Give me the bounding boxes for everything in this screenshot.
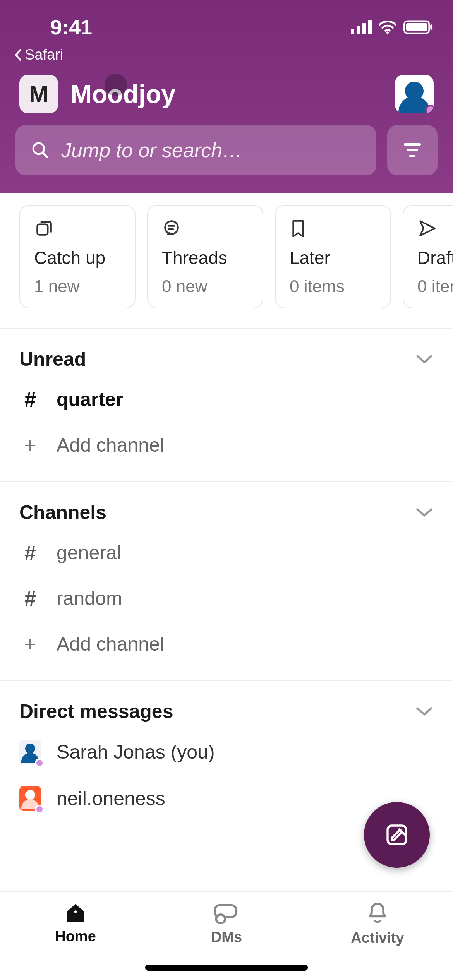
stack-icon bbox=[34, 219, 121, 239]
tab-label: Activity bbox=[351, 930, 404, 946]
dm-name: Sarah Jonas (you) bbox=[57, 741, 215, 763]
presence-indicator bbox=[35, 805, 44, 814]
profile-button[interactable] bbox=[395, 75, 434, 113]
section-header-dms[interactable]: Direct messages bbox=[0, 694, 453, 729]
section-title: Direct messages bbox=[19, 700, 173, 723]
card-title: Threads bbox=[162, 247, 249, 268]
add-channel-label: Add channel bbox=[57, 633, 164, 655]
tab-label: DMs bbox=[211, 929, 242, 946]
presence-indicator bbox=[35, 758, 44, 768]
dm-name: neil.oneness bbox=[57, 787, 165, 810]
hash-icon: # bbox=[24, 387, 36, 411]
send-icon bbox=[417, 219, 453, 239]
bell-icon bbox=[367, 902, 388, 925]
status-time: 9:41 bbox=[19, 15, 92, 39]
hash-icon: # bbox=[24, 541, 36, 565]
card-catch-up[interactable]: Catch up 1 new bbox=[19, 205, 136, 308]
svg-rect-6 bbox=[37, 224, 48, 235]
plus-icon: + bbox=[24, 632, 36, 656]
tab-label: Home bbox=[55, 928, 96, 945]
svg-rect-2 bbox=[406, 23, 427, 31]
svg-point-11 bbox=[74, 910, 77, 913]
section-title: Channels bbox=[19, 501, 106, 524]
header: 9:41 Safari M Moodjoy bbox=[0, 0, 453, 193]
section-channels: Channels # general # random + Add channe… bbox=[0, 482, 453, 681]
filter-icon bbox=[404, 143, 421, 157]
card-threads[interactable]: Threads 0 new bbox=[147, 205, 263, 308]
chevron-down-icon bbox=[415, 353, 434, 365]
svg-rect-3 bbox=[430, 24, 432, 30]
search-icon bbox=[31, 141, 50, 159]
back-caret-icon bbox=[14, 49, 22, 61]
card-subtitle: 0 items bbox=[417, 277, 453, 296]
quick-cards-row[interactable]: Catch up 1 new Threads 0 new Later 0 ite… bbox=[0, 185, 453, 329]
svg-point-0 bbox=[386, 31, 389, 34]
add-channel-label: Add channel bbox=[57, 434, 164, 456]
card-subtitle: 1 new bbox=[34, 277, 121, 296]
channel-quarter[interactable]: # quarter bbox=[0, 377, 453, 422]
add-channel-unread[interactable]: + Add channel bbox=[0, 422, 453, 468]
back-app-label: Safari bbox=[25, 46, 63, 63]
card-title: Drafts bbox=[417, 247, 453, 268]
channel-name: quarter bbox=[57, 388, 123, 411]
channel-general[interactable]: # general bbox=[0, 530, 453, 576]
section-header-channels[interactable]: Channels bbox=[0, 495, 453, 530]
workspace-badge-letter: M bbox=[29, 81, 48, 108]
wifi-icon bbox=[379, 20, 396, 34]
workspace-badge[interactable]: M bbox=[19, 75, 58, 113]
card-title: Catch up bbox=[34, 247, 121, 268]
chevron-down-icon bbox=[415, 507, 434, 518]
card-later[interactable]: Later 0 items bbox=[275, 205, 391, 308]
home-indicator bbox=[145, 965, 308, 971]
cellular-icon bbox=[351, 20, 372, 34]
touch-indicator bbox=[105, 74, 127, 96]
channel-name: general bbox=[57, 541, 121, 564]
add-channel-channels[interactable]: + Add channel bbox=[0, 621, 453, 667]
thread-icon bbox=[162, 219, 249, 239]
content: Catch up 1 new Threads 0 new Later 0 ite… bbox=[0, 185, 453, 891]
plus-icon: + bbox=[24, 433, 36, 457]
search-placeholder: Jump to or search… bbox=[61, 139, 242, 162]
dm-self[interactable]: Sarah Jonas (you) bbox=[0, 729, 453, 775]
card-subtitle: 0 items bbox=[290, 277, 376, 296]
section-unread: Unread # quarter + Add channel bbox=[0, 329, 453, 482]
svg-point-12 bbox=[216, 915, 225, 923]
card-drafts[interactable]: Drafts 0 items bbox=[403, 205, 453, 308]
compose-fab[interactable] bbox=[364, 802, 430, 868]
status-bar: 9:41 bbox=[0, 0, 453, 43]
search-input[interactable]: Jump to or search… bbox=[15, 125, 376, 175]
card-title: Later bbox=[290, 247, 376, 268]
dms-icon bbox=[214, 902, 239, 924]
back-to-app[interactable]: Safari bbox=[0, 43, 453, 71]
tab-bar: Home DMs Activity bbox=[0, 891, 453, 980]
compose-icon bbox=[384, 822, 409, 847]
avatar-icon bbox=[19, 740, 41, 764]
presence-indicator bbox=[425, 105, 434, 113]
svg-rect-10 bbox=[388, 826, 406, 844]
section-header-unread[interactable]: Unread bbox=[0, 342, 453, 377]
avatar-icon bbox=[19, 786, 41, 811]
card-subtitle: 0 new bbox=[162, 277, 249, 296]
section-title: Unread bbox=[19, 348, 86, 370]
svg-point-7 bbox=[165, 221, 178, 234]
channel-name: random bbox=[57, 587, 122, 610]
hash-icon: # bbox=[24, 586, 36, 610]
tab-home[interactable]: Home bbox=[1, 902, 150, 945]
battery-icon bbox=[403, 20, 434, 34]
status-indicators bbox=[351, 20, 434, 34]
chevron-down-icon bbox=[415, 706, 434, 717]
tab-dms[interactable]: DMs bbox=[152, 902, 301, 946]
tab-activity[interactable]: Activity bbox=[303, 902, 452, 946]
bookmark-icon bbox=[290, 219, 376, 239]
channel-random[interactable]: # random bbox=[0, 576, 453, 621]
svg-line-5 bbox=[43, 153, 47, 157]
filter-button[interactable] bbox=[387, 125, 438, 175]
home-icon bbox=[64, 902, 87, 923]
